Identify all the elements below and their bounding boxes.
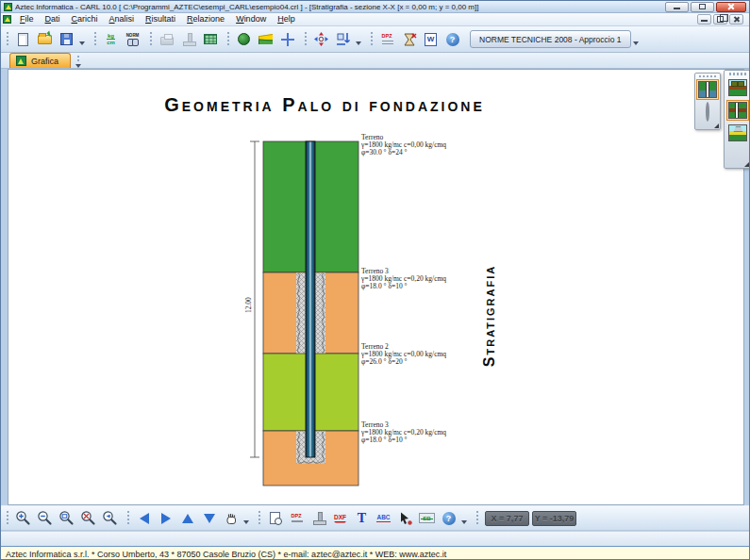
select-style-button[interactable] <box>394 508 416 529</box>
text-tool-button[interactable]: T <box>351 508 373 529</box>
toolbar-grip[interactable] <box>127 511 129 526</box>
menu-window[interactable]: Window <box>230 13 272 25</box>
zoom-out-button[interactable] <box>34 508 56 529</box>
abc-labels-icon: ABC <box>376 514 390 522</box>
dxf-export-button[interactable]: DXF <box>329 508 351 529</box>
units-cm-label: cm <box>107 39 115 46</box>
pile-view-button[interactable] <box>308 508 329 529</box>
menu-relazione[interactable]: Relazione <box>181 13 230 25</box>
toolbar-overflow-arrow[interactable] <box>79 41 85 45</box>
menu-help[interactable]: Help <box>272 13 301 25</box>
open-file-button[interactable] <box>34 29 56 50</box>
icon-green-band <box>729 90 746 95</box>
mdi-restore-button[interactable] <box>713 14 727 25</box>
toolbar-grip[interactable] <box>227 32 229 47</box>
toolbar-grip[interactable] <box>7 32 8 47</box>
toolbar-grip[interactable] <box>258 511 260 526</box>
minimize-button[interactable] <box>665 2 689 12</box>
circle-tool-button[interactable] <box>704 102 711 123</box>
pan-up-button[interactable] <box>176 508 198 529</box>
save-button[interactable] <box>56 29 77 50</box>
zoom-window-button[interactable] <box>56 508 77 529</box>
zoom-in-button[interactable] <box>12 508 34 529</box>
minibar-grip[interactable] <box>699 75 716 77</box>
embankment-button[interactable] <box>726 123 749 143</box>
section-line-button[interactable] <box>276 29 298 50</box>
print-button[interactable] <box>156 29 177 50</box>
mdi-close-button[interactable] <box>729 14 743 25</box>
pile-section-icon <box>698 81 717 98</box>
menu-analisi[interactable]: Analisi <box>104 13 141 25</box>
coordinate-y-display: Y = -13,79 <box>532 511 576 526</box>
tab-strip-handle[interactable] <box>73 55 83 68</box>
pile-foundation-icon <box>728 102 747 119</box>
minibar-resize-corner[interactable] <box>714 124 719 128</box>
minimize-icon <box>674 8 680 9</box>
icon-sky-band <box>729 80 746 86</box>
text-tool-icon: T <box>358 512 366 525</box>
zoom-window-icon <box>58 510 75 526</box>
norm-label: NORM <box>126 33 140 38</box>
drawing-canvas[interactable]: Geometria Palo di fondazione <box>8 69 744 505</box>
app-icon[interactable] <box>4 3 12 11</box>
minibar-grip[interactable] <box>729 73 746 75</box>
pan-left-button[interactable] <box>133 508 155 529</box>
toolbar-grip[interactable] <box>371 32 373 47</box>
section-view-button-selected[interactable] <box>696 79 719 100</box>
toolbar-overflow-arrow[interactable] <box>356 41 361 45</box>
toolbar-overflow-arrow[interactable] <box>243 520 249 524</box>
computation-time-button[interactable] <box>398 29 420 50</box>
move-section-button[interactable] <box>310 29 332 50</box>
close-button[interactable] <box>716 2 746 12</box>
new-document-button[interactable] <box>12 29 34 50</box>
pan-hand-button[interactable] <box>220 508 242 529</box>
toolbar-grip[interactable] <box>94 32 96 47</box>
axes-move-button[interactable] <box>332 29 354 50</box>
document-icon[interactable] <box>3 15 11 24</box>
help-button[interactable]: ? <box>442 29 463 50</box>
scale-bar-button[interactable]: SB <box>416 508 438 529</box>
tab-grafica[interactable]: Grafica <box>9 53 71 68</box>
zoom-extents-button[interactable] <box>77 508 99 529</box>
pile-diagram: 12.00 <box>228 136 370 494</box>
menu-risultati[interactable]: Risultati <box>140 13 181 25</box>
word-export-button[interactable]: W <box>420 29 442 50</box>
norms-search-button[interactable]: NORM <box>122 29 143 50</box>
menu-file[interactable]: File <box>14 13 40 25</box>
data-toolbar-group <box>148 28 221 51</box>
units-button[interactable]: kg cm <box>100 29 122 50</box>
dpz-button[interactable]: DPZ <box>376 29 398 50</box>
menu-carichi[interactable]: Carichi <box>66 13 104 25</box>
soil-table-button[interactable] <box>199 29 221 50</box>
status-text: Aztec Informatica s.r.l. * Corso Umberto… <box>6 550 446 559</box>
pile-data-button[interactable] <box>177 29 199 50</box>
open-folder-icon <box>38 35 52 44</box>
norme-dropdown-arrow[interactable] <box>633 41 639 45</box>
pile-foundation-button-selected[interactable] <box>726 100 749 121</box>
toolbar-grip[interactable] <box>476 511 478 526</box>
toolbar-grip[interactable] <box>150 32 152 47</box>
mdi-minimize-button[interactable] <box>697 14 711 25</box>
plinth-foundation-button[interactable] <box>726 77 749 98</box>
pan-down-button[interactable] <box>198 508 220 529</box>
menu-dati[interactable]: Dati <box>40 13 66 25</box>
dpz-export-button[interactable]: DPZ <box>286 508 308 529</box>
mdi-restore-icon <box>717 16 724 23</box>
green-circle-icon <box>238 33 250 45</box>
toolbar-overflow-arrow[interactable] <box>461 520 467 524</box>
pile-section-button[interactable] <box>233 29 255 50</box>
zoom-previous-button[interactable] <box>99 508 121 529</box>
stratigraphy-button[interactable] <box>255 29 276 50</box>
labels-button[interactable]: ABC <box>373 508 394 529</box>
norme-tecniche-selector[interactable]: NORME TECNICHE 2008 - Approccio 1 <box>470 30 631 48</box>
layer-2-label: Terreno 3 γ=1800 kg/mc c=0,20 kg/cmq φ=1… <box>361 268 446 290</box>
print-preview-button[interactable] <box>264 508 286 529</box>
tab-grip <box>77 56 79 63</box>
toolbar-grip[interactable] <box>305 32 307 47</box>
maximize-button[interactable] <box>691 2 714 12</box>
pan-right-button[interactable] <box>155 508 176 529</box>
toolbar-grip[interactable] <box>7 511 8 526</box>
layer-3-label: Terreno 2 γ=1800 kg/mc c=0,00 kg/cmq φ=2… <box>361 343 446 366</box>
graphics-help-button[interactable]: ? <box>438 508 459 529</box>
minibar-resize-corner[interactable] <box>744 162 749 167</box>
